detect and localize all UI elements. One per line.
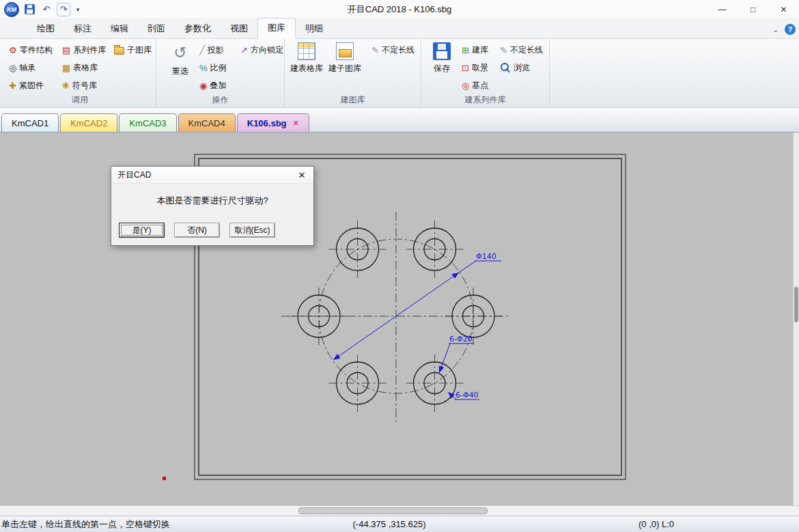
document-tab-bar: KmCAD1 KmCAD2 KmCAD3 KmCAD4 K106.sbg ✕	[0, 108, 799, 132]
no-button[interactable]: 否(N)	[174, 223, 220, 238]
maximize-button[interactable]: □	[738, 0, 768, 18]
cancel-button[interactable]: 取消(Esc)	[229, 223, 275, 238]
ribbon-item-label: 叠加	[210, 80, 226, 92]
horizontal-scrollbar[interactable]	[0, 505, 799, 516]
dialog-title: 开目CAD	[117, 169, 151, 181]
ribbon-item-fastener[interactable]: ✚ 紧固件	[7, 79, 46, 92]
doc-tab-kmcad4[interactable]: KmCAD4	[178, 113, 236, 132]
pencil-line-icon: ✎	[372, 46, 379, 55]
doc-tab-kmcad3[interactable]: KmCAD3	[119, 113, 176, 132]
ribbon-tab-parametric[interactable]: 参数化	[175, 19, 221, 39]
ribbon-item-label: 方向锁定	[251, 44, 283, 56]
ribbon-item-base-point[interactable]: ◎ 基点	[460, 79, 490, 92]
ribbon-button-reselect[interactable]: ↺ 重选	[165, 42, 196, 77]
ribbon-item-scale[interactable]: % 比例	[197, 61, 229, 74]
dim-hole-inner-label: 6-Φ20	[449, 335, 473, 344]
ribbon-item-part-structure[interactable]: ⚙ 零件结构	[7, 43, 55, 57]
ribbon-item-variable-line-2[interactable]: ✎ 不定长线	[498, 43, 545, 57]
qat-dropdown-icon[interactable]: ▾	[74, 3, 82, 16]
ribbon-item-symbol-library[interactable]: ✱ 符号库	[60, 79, 99, 92]
ribbon-tab-draw[interactable]: 绘图	[27, 19, 64, 39]
ribbon-right-controls: ⌄ ?	[773, 24, 796, 35]
ribbon-button-build-sub-library[interactable]: 建子图库	[326, 42, 364, 74]
ribbon-collapse-icon[interactable]: ⌄	[773, 26, 779, 33]
doc-tab-kmcad1[interactable]: KmCAD1	[1, 113, 59, 132]
pencil-line-icon: ✎	[500, 46, 507, 55]
doc-tab-kmcad2[interactable]: KmCAD2	[60, 113, 117, 132]
ribbon-button-build-table-library[interactable]: 建表格库	[288, 42, 326, 74]
fastener-icon: ✚	[9, 81, 16, 90]
minimize-button[interactable]: —	[707, 0, 738, 18]
capture-icon: ⊡	[462, 64, 469, 72]
part-structure-icon: ⚙	[9, 46, 17, 55]
doc-tab-label: K106.sbg	[247, 118, 287, 128]
dialog-close-icon[interactable]: ✕	[290, 167, 313, 183]
ribbon-item-projection[interactable]: ╱ 投影	[197, 43, 226, 57]
overlay-icon: ◉	[199, 81, 207, 90]
dim-hole-outer-label: 6-Φ40	[455, 391, 479, 400]
series-library-icon: ▤	[62, 46, 70, 55]
ribbon-item-direction-lock[interactable]: ↗ 方向锁定	[238, 43, 285, 57]
ribbon-item-label: 紧固件	[19, 80, 44, 92]
ribbon-item-capture[interactable]: ⊡ 取景	[460, 61, 490, 74]
drawing-canvas[interactable]: Φ140 6-Φ20 6-Φ40 开目CAD ✕ 本图是否需要进行尺寸驱动? 是…	[0, 132, 799, 505]
base-point-icon: ◎	[462, 81, 469, 90]
undo-button[interactable]: ↶	[40, 3, 53, 16]
dialog-titlebar[interactable]: 开目CAD ✕	[111, 167, 313, 184]
dim-bolt-circle-label: Φ140	[476, 252, 496, 261]
ribbon-tab-annotate[interactable]: 标注	[64, 19, 101, 39]
ribbon-item-label: 投影	[208, 44, 224, 56]
build-library-icon: ⊞	[462, 46, 469, 55]
ribbon-body: ⚙ 零件结构 ▤ 系列件库 子图库 ◎ 轴承 ▦ 表格库 ✚ 紧固件	[0, 39, 799, 108]
ribbon-item-label: 浏览	[514, 62, 530, 74]
app-logo[interactable]: KM	[4, 2, 19, 17]
ribbon-item-variable-line[interactable]: ✎ 不定长线	[369, 43, 417, 57]
close-button[interactable]: ✕	[768, 0, 799, 18]
projection-icon: ╱	[199, 46, 205, 55]
quick-access-toolbar: KM ↶ ↷ ▾	[0, 2, 82, 17]
app-window: 开目CAD 2018 - K106.sbg KM ↶ ↷ ▾ — □ ✕ 绘图 …	[0, 0, 799, 532]
ribbon-tab-library[interactable]: 图库	[257, 18, 296, 39]
ribbon-group-operation: ↺ 重选 ╱ 投影 ↗ 方向锁定 % 比例 ◉ 叠加 操作	[156, 39, 285, 107]
symbol-library-icon: ✱	[62, 81, 70, 90]
ribbon-item-label: 比例	[210, 62, 227, 74]
save-button[interactable]	[23, 3, 36, 16]
build-sub-library-icon	[336, 42, 354, 60]
ribbon-item-build-library[interactable]: ⊞ 建库	[460, 43, 490, 57]
ribbon-group-label: 操作	[156, 94, 284, 106]
ribbon-tab-bar: 绘图 标注 编辑 剖面 参数化 视图 图库 明细 ⌄ ?	[0, 19, 799, 39]
ribbon-item-browse[interactable]: 浏览	[498, 61, 532, 74]
vertical-scrollbar-thumb[interactable]	[794, 287, 798, 322]
titlebar: 开目CAD 2018 - K106.sbg KM ↶ ↷ ▾ — □ ✕	[0, 0, 799, 19]
reselect-icon: ↺	[170, 42, 191, 63]
status-cursor-coords: (-44.375 ,315.625)	[287, 519, 492, 529]
tab-close-icon[interactable]: ✕	[293, 119, 299, 128]
ribbon-tab-section[interactable]: 剖面	[138, 19, 175, 39]
ribbon-tab-view[interactable]: 视图	[221, 19, 257, 39]
horizontal-scrollbar-thumb[interactable]	[298, 507, 488, 514]
doc-tab-k106[interactable]: K106.sbg ✕	[237, 113, 309, 132]
ribbon-tab-edit[interactable]: 编辑	[101, 19, 138, 39]
ribbon-button-save-library[interactable]: 保存	[428, 42, 455, 74]
ribbon-group-call: ⚙ 零件结构 ▤ 系列件库 子图库 ◎ 轴承 ▦ 表格库 ✚ 紧固件	[4, 39, 156, 107]
status-origin-info: (0 ,0) L:0	[639, 519, 799, 529]
bearing-icon: ◎	[9, 64, 16, 72]
ribbon-tab-detail[interactable]: 明细	[296, 19, 333, 39]
vertical-scrollbar[interactable]	[793, 132, 799, 505]
ribbon-item-label: 表格库	[73, 62, 98, 74]
build-table-library-icon	[298, 42, 316, 60]
status-hint: 单击左键，给出直线的第一点，空格键切换	[0, 518, 287, 531]
help-icon[interactable]: ?	[785, 24, 796, 35]
ribbon-group-label: 建图库	[285, 94, 421, 106]
redo-button[interactable]: ↷	[57, 3, 70, 16]
save-library-icon	[433, 42, 451, 60]
folder-icon	[114, 47, 124, 55]
ribbon-item-sub-library[interactable]: 子图库	[112, 43, 154, 57]
yes-button[interactable]: 是(Y)	[119, 223, 165, 238]
ribbon-item-table-library[interactable]: ▦ 表格库	[60, 61, 100, 74]
ribbon-item-series-library[interactable]: ▤ 系列件库	[60, 43, 108, 57]
window-controls: — □ ✕	[707, 0, 799, 18]
ribbon-item-bearing[interactable]: ◎ 轴承	[7, 61, 38, 74]
ribbon-item-overlay[interactable]: ◉ 叠加	[197, 79, 228, 92]
table-library-icon: ▦	[62, 64, 70, 72]
